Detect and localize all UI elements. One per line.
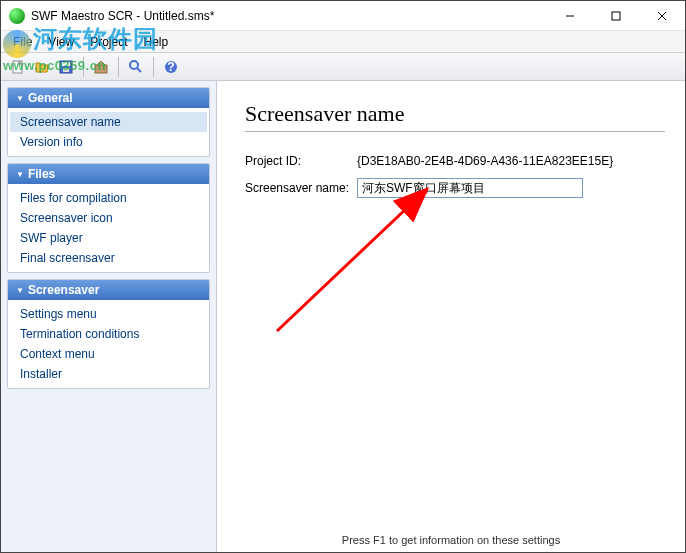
panel-header-general[interactable]: ▼General xyxy=(8,88,209,108)
help-button[interactable]: ? xyxy=(160,56,182,78)
annotation-arrow xyxy=(257,171,457,351)
sidebar: ▼General Screensaver name Version info ▼… xyxy=(1,81,217,552)
menu-help[interactable]: Help xyxy=(136,33,177,51)
toolbar-separator xyxy=(118,57,119,77)
maximize-button[interactable] xyxy=(593,1,639,31)
svg-rect-8 xyxy=(95,65,107,73)
chevron-down-icon: ▼ xyxy=(16,286,24,295)
sidebar-item-version-info[interactable]: Version info xyxy=(10,132,207,152)
menu-bar: File View Project Help xyxy=(1,31,685,53)
build-button[interactable] xyxy=(90,56,112,78)
screensaver-name-input[interactable] xyxy=(357,178,583,198)
minimize-button[interactable] xyxy=(547,1,593,31)
new-button[interactable] xyxy=(7,56,29,78)
sidebar-item-screensaver-name[interactable]: Screensaver name xyxy=(10,112,207,132)
chevron-down-icon: ▼ xyxy=(16,94,24,103)
svg-rect-6 xyxy=(62,62,70,66)
panel-header-files[interactable]: ▼Files xyxy=(8,164,209,184)
panel-general: ▼General Screensaver name Version info xyxy=(7,87,210,157)
search-button[interactable] xyxy=(125,56,147,78)
panel-files: ▼Files Files for compilation Screensaver… xyxy=(7,163,210,273)
chevron-down-icon: ▼ xyxy=(16,170,24,179)
sidebar-item-files-compilation[interactable]: Files for compilation xyxy=(10,188,207,208)
status-hint: Press F1 to get information on these set… xyxy=(217,534,685,546)
panel-body: Settings menu Termination conditions Con… xyxy=(8,300,209,388)
title-bar: SWF Maestro SCR - Untitled.sms* xyxy=(1,1,685,31)
panel-body: Files for compilation Screensaver icon S… xyxy=(8,184,209,272)
value-project-id: {D3E18AB0-2E4B-4D69-A436-11EA823EE15E} xyxy=(357,154,613,168)
sidebar-item-screensaver-icon[interactable]: Screensaver icon xyxy=(10,208,207,228)
svg-rect-1 xyxy=(612,12,620,20)
panel-screensaver: ▼Screensaver Settings menu Termination c… xyxy=(7,279,210,389)
svg-text:?: ? xyxy=(167,60,174,74)
panel-title: Screensaver xyxy=(28,283,99,297)
content-pane: Screensaver name Project ID: {D3E18AB0-2… xyxy=(217,81,685,552)
sidebar-item-final-screensaver[interactable]: Final screensaver xyxy=(10,248,207,268)
row-screensaver-name: Screensaver name: xyxy=(245,178,665,198)
save-button[interactable] xyxy=(55,56,77,78)
toolbar-separator xyxy=(153,57,154,77)
sidebar-item-context-menu[interactable]: Context menu xyxy=(10,344,207,364)
window-title: SWF Maestro SCR - Untitled.sms* xyxy=(31,9,214,23)
panel-title: Files xyxy=(28,167,55,181)
sidebar-item-swf-player[interactable]: SWF player xyxy=(10,228,207,248)
panel-body: Screensaver name Version info xyxy=(8,108,209,156)
menu-file[interactable]: File xyxy=(5,33,40,51)
page-title: Screensaver name xyxy=(245,101,665,132)
label-project-id: Project ID: xyxy=(245,154,357,168)
window-controls xyxy=(547,1,685,31)
svg-line-10 xyxy=(137,68,141,72)
panel-title: General xyxy=(28,91,73,105)
row-project-id: Project ID: {D3E18AB0-2E4B-4D69-A436-11E… xyxy=(245,154,665,168)
app-icon xyxy=(9,8,25,24)
close-button[interactable] xyxy=(639,1,685,31)
sidebar-item-installer[interactable]: Installer xyxy=(10,364,207,384)
menu-project[interactable]: Project xyxy=(82,33,135,51)
main-area: ▼General Screensaver name Version info ▼… xyxy=(1,81,685,552)
toolbar-separator xyxy=(83,57,84,77)
menu-view[interactable]: View xyxy=(40,33,82,51)
sidebar-item-settings-menu[interactable]: Settings menu xyxy=(10,304,207,324)
label-screensaver-name: Screensaver name: xyxy=(245,181,357,195)
sidebar-item-termination[interactable]: Termination conditions xyxy=(10,324,207,344)
toolbar: ? xyxy=(1,53,685,81)
svg-line-13 xyxy=(277,189,427,331)
svg-rect-7 xyxy=(63,68,69,72)
open-button[interactable] xyxy=(31,56,53,78)
panel-header-screensaver[interactable]: ▼Screensaver xyxy=(8,280,209,300)
svg-point-9 xyxy=(130,61,138,69)
